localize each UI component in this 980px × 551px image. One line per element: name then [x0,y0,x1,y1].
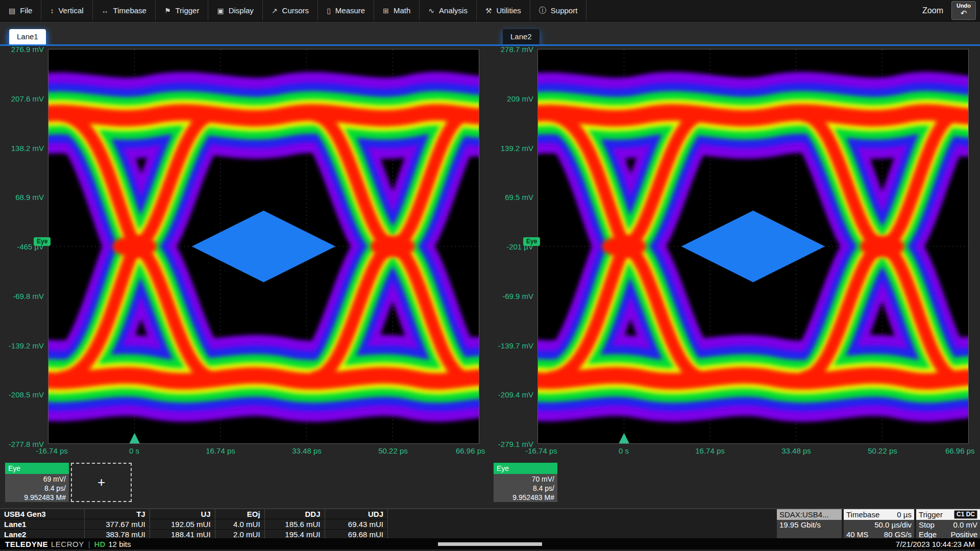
menu-item-display[interactable]: ▣Display [208,0,262,21]
add-trace-icon: + [97,474,105,490]
menu-item-math[interactable]: ⊞Math [374,0,420,21]
trigger-source-badge: C1 DC [954,510,977,519]
table-header-row: USB4 Gen3TJUJEOjDDJUDJ [0,509,388,519]
support-icon: ⓘ [539,6,546,15]
timebase-offset: 0 µs [897,509,912,520]
brand-lecroy: LECROY [51,540,84,548]
menu-item-utilities[interactable]: ⚒Utilities [477,0,530,21]
menu-item-vertical[interactable]: ↕Vertical [41,0,92,21]
menu-item-file[interactable]: ▤File [0,0,41,21]
table-cell: 192.05 mUI [150,519,215,530]
x-axis-label: -16.74 ps [36,446,68,455]
eye-trace-level-badge[interactable]: Eye [34,237,51,246]
table-header-cell: USB4 Gen3 [0,509,84,519]
lane2-eye-grid[interactable] [537,49,969,444]
trigger-panel[interactable]: Trigger C1 DC Stop0.0 mVEdgePositive [916,509,980,538]
trigger-row-value: 0.0 mV [953,520,977,530]
table-cell: Lane1 [0,519,84,530]
measure-icon: ▯ [327,7,331,15]
y-axis-label: -139.7 mV [489,341,533,349]
jitter-measurement-table: USB4 Gen3TJUJEOjDDJUDJLane1377.67 mUI192… [0,509,388,540]
y-axis-label: 276.9 mV [0,45,44,54]
tab-lane2[interactable]: Lane2 [503,29,540,44]
file-icon: ▤ [9,7,15,15]
analysis-icon: ∿ [428,7,434,15]
datetime-label: 7/21/2023 10:44:23 AM [896,540,975,548]
lane1-eye-grid[interactable] [48,49,479,444]
menu-item-cursors[interactable]: ↗Cursors [263,0,318,21]
menu-item-label: Analysis [439,6,468,15]
menu-item-analysis[interactable]: ∿Analysis [420,0,477,21]
horizontal-scrollbar-thumb[interactable] [438,542,542,546]
menu-item-label: Math [394,6,410,15]
bit-depth-label: 12 bits [108,540,131,548]
trigger-position-marker [619,433,629,443]
x-axis-label: 66.96 ps [456,446,485,455]
y-axis-label: -69.9 mV [489,291,533,300]
timebase-icon: ↔ [102,7,109,15]
table-header-cell: UJ [150,509,215,519]
descriptor-line: 9.952483 M# [494,493,554,502]
menu-item-label: Support [551,6,578,15]
lane2-eye-descriptor[interactable]: Eye 70 mV/8.4 ps/9.952483 M# [494,463,557,502]
menu-item-timebase[interactable]: ↔Timebase [93,0,156,21]
eye-trace-level-badge[interactable]: Eye [523,237,540,246]
table-cell: 69.43 mUI [325,519,388,530]
table-row: Lane1377.67 mUI192.05 mUI4.0 mUI185.6 mU… [0,519,388,530]
sda-summary-panel[interactable]: SDAX:USB4... 19.95 Gbit/s [777,509,842,538]
descriptor-title: Eye [5,463,69,474]
display-icon: ▣ [217,7,224,15]
tab-lane1[interactable]: Lane1 [9,29,46,44]
y-axis-label: 68.9 mV [0,193,44,202]
y-axis-label: 207.6 mV [0,94,44,103]
table-header-cell: UDJ [325,509,388,519]
menu-bar: ▤File↕Vertical↔Timebase⚑Trigger▣Display↗… [0,0,980,21]
undo-button[interactable]: Undo ↶ [951,1,976,20]
menu-item-measure[interactable]: ▯Measure [318,0,374,21]
x-axis-label: 16.74 ps [206,446,235,455]
menu-item-label: File [20,6,32,15]
table-cell: 4.0 mUI [215,519,264,530]
descriptor-line: 8.4 ps/ [5,484,66,493]
timebase-scale: 50.0 µs/div [874,520,912,530]
x-axis-label: 50.22 ps [868,446,897,455]
cursors-icon: ↗ [272,7,278,15]
y-axis-label: -69.8 mV [0,291,44,300]
tab-strip: Lane1 Lane2 [0,21,980,46]
menu-item-label: Measure [335,6,365,15]
brand-separator: | [88,540,90,548]
brand-teledyne: TELEDYNE [5,540,48,548]
trigger-panel-title: Trigger [919,509,943,520]
trigger-icon: ⚑ [164,7,171,15]
menu-item-support[interactable]: ⓘSupport [530,0,587,21]
descriptor-line: 8.4 ps/ [494,484,554,493]
menu-item-label: Utilities [496,6,521,15]
sda-bitrate: 19.95 Gbit/s [779,520,821,530]
vertical-icon: ↕ [50,7,54,15]
zoom-label: Zoom [922,6,943,15]
x-axis-label: 33.48 ps [292,446,322,455]
menu-item-trigger[interactable]: ⚑Trigger [156,0,209,21]
x-axis-label: 16.74 ps [695,446,725,455]
math-icon: ⊞ [383,7,389,15]
undo-icon: ↶ [952,9,975,17]
y-axis-label: -208.5 mV [0,390,44,399]
y-axis-label: -139.2 mV [0,341,44,349]
menu-item-label: Display [229,6,254,15]
utilities-icon: ⚒ [485,7,492,15]
table-header-cell: EOj [215,509,264,519]
descriptor-body: 70 mV/8.4 ps/9.952483 M# [494,474,557,502]
table-header-cell: DDJ [264,509,325,519]
eye-mask-diamond [192,211,336,283]
timebase-panel-title: Timebase [846,509,879,520]
add-trace-button[interactable]: + [71,463,132,502]
menu-item-label: Vertical [58,6,83,15]
lane1-eye-descriptor[interactable]: Eye 69 mV/8.4 ps/9.952483 M# [5,463,69,502]
y-axis-label: -209.4 mV [489,390,533,399]
menu-item-label: Trigger [175,6,199,15]
x-axis-label: -16.74 ps [525,446,557,455]
hd-badge: HD [94,540,106,548]
timebase-panel[interactable]: Timebase 0 µs 50.0 µs/div 40 MS 80 GS/s [844,509,914,538]
x-axis-label: 0 s [129,446,139,455]
trigger-position-marker [129,433,139,443]
